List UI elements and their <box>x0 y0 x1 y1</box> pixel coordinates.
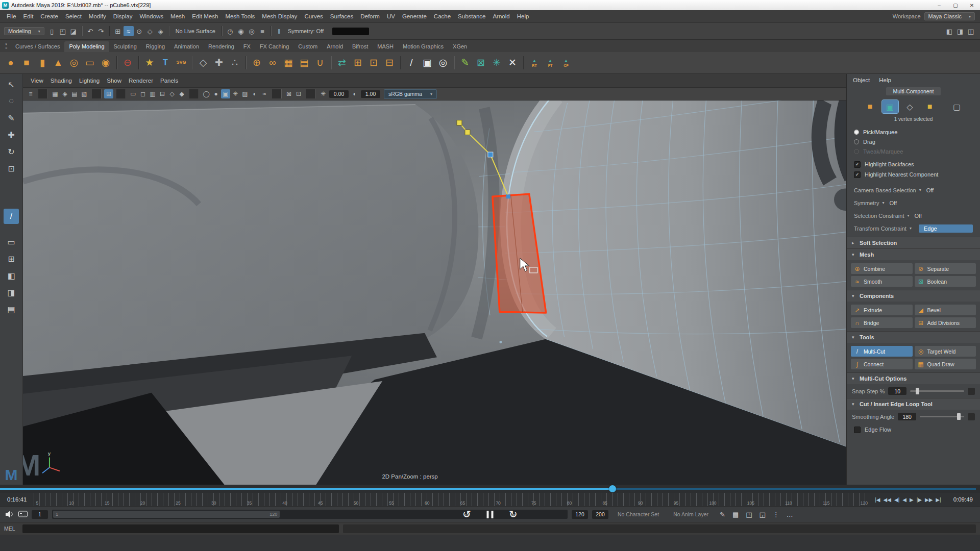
menu-item[interactable]: File <box>3 13 20 19</box>
shelf-menu-icon[interactable]: ▾≡ <box>2 41 10 52</box>
gamma-field[interactable]: 1.00 <box>361 90 380 98</box>
status-icon[interactable] <box>109 26 110 36</box>
command-input[interactable] <box>22 524 339 533</box>
selection-mode-icon[interactable]: ■ <box>862 100 878 113</box>
status-icon[interactable]: ↶ <box>85 26 95 36</box>
shelf-tab[interactable]: MASH <box>373 41 398 52</box>
viewport-toolbar-icon[interactable]: ▭ <box>129 89 138 98</box>
slider-option-box[interactable] <box>968 388 975 395</box>
viewport-toolbar-icon[interactable]: ▣ <box>221 89 230 98</box>
viewport-toolbar-icon[interactable] <box>38 89 47 98</box>
shelf-icon[interactable]: ✕ <box>505 54 520 71</box>
viewport-toolbar-icon[interactable]: ▤ <box>70 89 79 98</box>
toolkit-menu-item[interactable]: Help <box>879 77 891 83</box>
viewport-toolbar-icon[interactable]: ● <box>211 89 220 98</box>
layout-button[interactable]: ▭ <box>4 234 19 249</box>
viewport-toolbar-icon[interactable]: ◇ <box>167 89 177 98</box>
status-icon[interactable]: ‖ <box>274 26 284 36</box>
shelf-icon[interactable]: T <box>158 54 173 71</box>
toolkit-tab[interactable]: Multi-Component <box>886 87 941 95</box>
subtitles-icon[interactable] <box>18 511 28 518</box>
shelf-tab[interactable]: Motion Graphics <box>398 41 448 52</box>
selection-mode-icon[interactable]: ■ <box>922 100 938 113</box>
progress-handle[interactable] <box>609 485 616 492</box>
shelf-icon[interactable]: ∞ <box>265 54 280 71</box>
shelf-tab[interactable]: Arnold <box>322 41 348 52</box>
section-header[interactable]: ▾ Components <box>847 290 980 302</box>
shelf-icon[interactable]: ◎ <box>435 54 451 71</box>
status-icon[interactable]: ⊞ <box>113 26 123 36</box>
shelf-icon[interactable]: ▣ <box>420 54 435 71</box>
symmetry-label[interactable]: Symmetry: Off <box>288 28 324 34</box>
sidebar-toggle-icon[interactable]: ◫ <box>966 26 976 36</box>
menu-item[interactable]: Deform <box>357 13 383 19</box>
shelf-tab[interactable]: Curves / Surfaces <box>11 41 64 52</box>
toolbox-tool-icon[interactable]: ✚ <box>4 127 19 142</box>
shelf-icon[interactable]: ⊖ <box>120 54 135 71</box>
animation-option-icon[interactable]: … <box>787 511 793 518</box>
shelf-icon[interactable]: ▲ RT <box>527 54 542 71</box>
playback-end-field[interactable]: 120 <box>572 510 588 519</box>
checkbox-row[interactable]: ✓ Highlight Backfaces <box>854 159 973 169</box>
layout-button[interactable]: ◧ <box>4 268 19 283</box>
toolbox-tool-icon[interactable]: ⊡ <box>4 161 19 176</box>
transport-button[interactable]: ◀◀ <box>884 497 891 503</box>
pause-button[interactable] <box>487 511 494 518</box>
toolbox-tool-icon[interactable]: ✎ <box>4 110 19 126</box>
command-language-label[interactable]: MEL <box>4 525 18 532</box>
section-header[interactable]: ▸ Soft Selection <box>847 237 980 248</box>
cut-point[interactable] <box>457 120 462 126</box>
layout-button[interactable]: ⊞ <box>4 251 19 266</box>
viewport-toolbar-icon[interactable]: ✳ <box>318 89 328 98</box>
shelf-icon[interactable]: ⊡ <box>366 54 381 71</box>
shelf-icon[interactable] <box>400 56 401 69</box>
status-icon[interactable] <box>169 26 169 36</box>
shelf-icon[interactable]: ▲ CP <box>558 54 574 71</box>
shelf-icon[interactable]: ✎ <box>457 54 473 71</box>
viewport-toolbar-icon[interactable] <box>189 89 199 98</box>
shelf-icon[interactable] <box>331 56 331 69</box>
shelf-tab[interactable]: FX <box>239 41 255 52</box>
tool-button[interactable]: ◎ Target Weld <box>915 346 976 357</box>
cut-point[interactable] <box>465 130 470 135</box>
tool-button[interactable]: ∫ Connect <box>851 359 913 369</box>
shelf-icon[interactable]: ▦ <box>281 54 296 71</box>
character-set-selector[interactable]: No Character Set <box>618 511 659 517</box>
shelf-icon[interactable] <box>454 56 454 69</box>
multi-cut-tool-icon[interactable]: / <box>4 209 19 224</box>
exposure-field[interactable]: 0.00 <box>329 90 349 98</box>
status-icon[interactable]: ≈ <box>124 26 134 36</box>
viewport-menu-item[interactable]: Renderer <box>125 78 157 84</box>
transport-button[interactable]: ▶| <box>936 497 941 503</box>
menu-item[interactable]: Modify <box>85 13 110 19</box>
viewport-toolbar-icon[interactable]: ◈ <box>60 89 69 98</box>
menu-item[interactable]: Generate <box>399 13 430 19</box>
viewport-menu-item[interactable]: Shading <box>47 78 76 84</box>
select-row[interactable]: Transform Constraint ▾ Edge <box>854 222 973 235</box>
viewport-menu-item[interactable]: View <box>27 78 47 84</box>
viewport-toolbar-icon[interactable]: ◐ <box>250 89 259 98</box>
video-progress-bar[interactable] <box>0 485 980 493</box>
shelf-icon[interactable]: ◇ <box>195 54 211 71</box>
status-icon[interactable] <box>222 26 222 36</box>
viewport-toolbar-icon[interactable]: ⊟ <box>158 89 167 98</box>
viewport-toolbar-icon[interactable] <box>306 89 315 98</box>
menu-item[interactable]: Create <box>37 13 62 19</box>
viewport-toolbar-icon[interactable]: ⊞ <box>104 89 113 98</box>
status-icon[interactable] <box>82 26 82 36</box>
viewport-toolbar-icon[interactable]: ◯ <box>202 89 211 98</box>
current-frame-field[interactable]: 1 <box>32 510 48 519</box>
menu-item[interactable]: Edit Mesh <box>188 13 222 19</box>
status-icon[interactable]: ◉ <box>236 26 246 36</box>
status-icon[interactable]: ◪ <box>68 26 79 36</box>
layout-button[interactable]: ▤ <box>4 302 19 317</box>
checkbox-row[interactable]: ✓ Highlight Nearest Component <box>854 169 973 180</box>
toolbox-tool-icon[interactable]: ↖ <box>4 77 19 92</box>
menu-item[interactable]: Windows <box>136 13 167 19</box>
menu-item[interactable]: Cache <box>430 13 454 19</box>
shelf-icon[interactable]: ✚ <box>211 54 227 71</box>
animation-option-icon[interactable]: ✎ <box>720 511 725 518</box>
shelf-icon[interactable]: ▲ <box>51 54 66 71</box>
shelf-icon[interactable]: ⊠ <box>473 54 488 71</box>
forward-30-button[interactable]: ↻ 30 <box>508 509 519 520</box>
